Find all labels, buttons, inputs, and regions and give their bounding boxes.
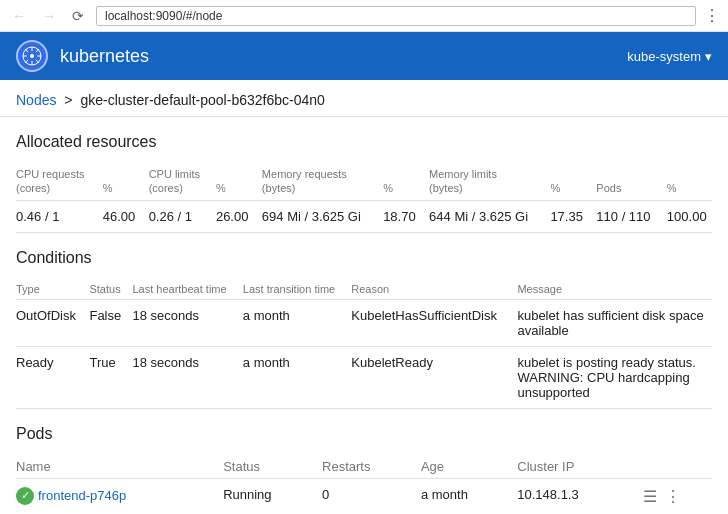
- address-bar: ← → ⟳ ⋮: [0, 0, 728, 32]
- pod-list-icon[interactable]: ☰: [643, 488, 657, 505]
- pod-restarts-val: 0: [322, 478, 421, 514]
- pods-val: 110 / 110: [596, 200, 667, 232]
- cond-last-hb: 18 seconds: [132, 299, 242, 346]
- col-pod-restarts: Restarts: [322, 455, 421, 479]
- cpu-lim-val: 0.26 / 1: [149, 200, 216, 232]
- cond-status: False: [89, 299, 132, 346]
- reload-button[interactable]: ⟳: [68, 6, 88, 26]
- col-pods-pct: %: [667, 163, 712, 200]
- namespace-selector[interactable]: kube-system ▾: [627, 49, 712, 64]
- mem-req-pct-val: 18.70: [383, 200, 429, 232]
- col-pods: Pods: [596, 163, 667, 200]
- col-mem-req-pct: %: [383, 163, 429, 200]
- forward-button[interactable]: →: [38, 6, 60, 26]
- pods-title: Pods: [16, 425, 712, 443]
- kube-logo: [16, 40, 48, 72]
- mem-lim-val: 644 Mi / 3.625 Gi: [429, 200, 550, 232]
- col-pod-actions: [639, 455, 712, 479]
- col-mem-req: Memory requests(bytes): [262, 163, 383, 200]
- cond-last-trans: a month: [243, 346, 351, 408]
- address-input[interactable]: [96, 6, 696, 26]
- cond-type: OutOfDisk: [16, 299, 89, 346]
- col-pod-name: Name: [16, 455, 223, 479]
- helm-icon: [22, 46, 42, 66]
- cond-status: True: [89, 346, 132, 408]
- pods-pct-val: 100.00: [667, 200, 712, 232]
- mem-req-val: 694 Mi / 3.625 Gi: [262, 200, 383, 232]
- pod-status-val: Running: [223, 478, 322, 514]
- pod-ip-val: 10.148.1.3: [517, 478, 639, 514]
- col-pod-ip: Cluster IP: [517, 455, 639, 479]
- cpu-req-pct-val: 46.00: [103, 200, 149, 232]
- pod-status-ok-icon: ✓: [16, 487, 34, 505]
- topbar: kubernetes kube-system ▾: [0, 32, 728, 80]
- conditions-table: Type Status Last heartbeat time Last tra…: [16, 279, 712, 409]
- col-cpu-lim: CPU limits(cores): [149, 163, 216, 200]
- pods-table: Name Status Restarts Age Cluster IP ✓ fr…: [16, 455, 712, 514]
- condition-row: Ready True 18 seconds a month KubeletRea…: [16, 346, 712, 408]
- col-type: Type: [16, 279, 89, 300]
- pod-row: ✓ frontend-p746p Running 0 a month 10.14…: [16, 478, 712, 514]
- cond-last-trans: a month: [243, 299, 351, 346]
- namespace-label: kube-system: [627, 49, 701, 64]
- pod-name-cell: ✓ frontend-p746p: [16, 478, 223, 514]
- condition-row: OutOfDisk False 18 seconds a month Kubel…: [16, 299, 712, 346]
- col-reason: Reason: [351, 279, 517, 300]
- pods-section: Pods Name Status Restarts Age Cluster IP…: [0, 409, 728, 514]
- pod-name-link[interactable]: frontend-p746p: [38, 488, 126, 503]
- breadcrumb-current: gke-cluster-default-pool-b632f6bc-04n0: [80, 92, 324, 108]
- cpu-req-val: 0.46 / 1: [16, 200, 103, 232]
- mem-lim-pct-val: 17.35: [550, 200, 596, 232]
- back-button[interactable]: ←: [8, 6, 30, 26]
- col-cpu-req-pct: %: [103, 163, 149, 200]
- col-pod-age: Age: [421, 455, 517, 479]
- col-pod-status: Status: [223, 455, 322, 479]
- col-last-hb: Last heartbeat time: [132, 279, 242, 300]
- app-title: kubernetes: [60, 46, 149, 67]
- breadcrumb-separator: >: [64, 92, 72, 108]
- cond-last-hb: 18 seconds: [132, 346, 242, 408]
- col-last-trans: Last transition time: [243, 279, 351, 300]
- dropdown-icon: ▾: [705, 49, 712, 64]
- cond-reason: KubeletHasSufficientDisk: [351, 299, 517, 346]
- col-mem-lim-pct: %: [550, 163, 596, 200]
- col-message: Message: [517, 279, 712, 300]
- col-mem-lim: Memory limits(bytes): [429, 163, 550, 200]
- col-cpu-req: CPU requests(cores): [16, 163, 103, 200]
- col-cpu-lim-pct: %: [216, 163, 262, 200]
- allocated-resources-section: Allocated resources CPU requests(cores) …: [0, 117, 728, 233]
- pod-age-val: a month: [421, 478, 517, 514]
- cond-message: kubelet has sufficient disk space availa…: [517, 299, 712, 346]
- browser-menu-button[interactable]: ⋮: [704, 6, 720, 25]
- cond-type: Ready: [16, 346, 89, 408]
- allocated-resources-table: CPU requests(cores) % CPU limits(cores) …: [16, 163, 712, 233]
- breadcrumb: Nodes > gke-cluster-default-pool-b632f6b…: [0, 80, 728, 117]
- col-status: Status: [89, 279, 132, 300]
- cond-message: kubelet is posting ready status. WARNING…: [517, 346, 712, 408]
- topbar-left: kubernetes: [16, 40, 149, 72]
- svg-point-1: [30, 54, 34, 58]
- cond-reason: KubeletReady: [351, 346, 517, 408]
- cpu-lim-pct-val: 26.00: [216, 200, 262, 232]
- conditions-title: Conditions: [16, 249, 712, 267]
- allocated-resources-title: Allocated resources: [16, 133, 712, 151]
- pod-menu-icon[interactable]: ⋮: [665, 488, 681, 505]
- conditions-section: Conditions Type Status Last heartbeat ti…: [0, 233, 728, 409]
- alloc-row: 0.46 / 1 46.00 0.26 / 1 26.00 694 Mi / 3…: [16, 200, 712, 232]
- pod-actions: ☰ ⋮: [639, 478, 712, 514]
- breadcrumb-parent[interactable]: Nodes: [16, 92, 56, 108]
